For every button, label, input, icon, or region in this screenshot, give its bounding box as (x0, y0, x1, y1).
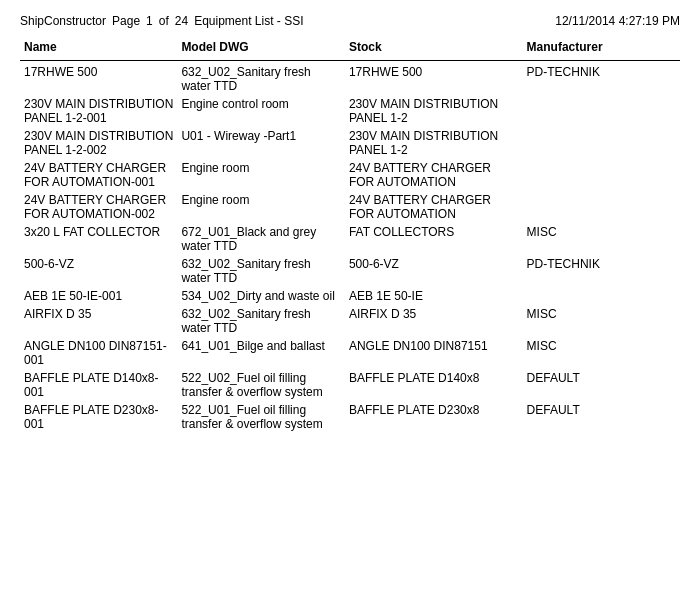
of-label: of (159, 14, 169, 28)
cell-name: AIRFIX D 35 (20, 305, 177, 337)
cell-manufacturer (523, 191, 680, 223)
table-row: BAFFLE PLATE D230x8-001522_U01_Fuel oil … (20, 401, 680, 433)
total-pages: 24 (175, 14, 188, 28)
cell-stock: BAFFLE PLATE D140x8 (345, 369, 523, 401)
cell-name: ANGLE DN100 DIN87151-001 (20, 337, 177, 369)
table-header-row: Name Model DWG Stock Manufacturer (20, 36, 680, 61)
cell-manufacturer: PD-TECHNIK (523, 255, 680, 287)
cell-stock: 24V BATTERY CHARGER FOR AUTOMATION (345, 191, 523, 223)
cell-stock: 17RHWE 500 (345, 61, 523, 96)
table-row: 17RHWE 500632_U02_Sanitary fresh water T… (20, 61, 680, 96)
cell-stock: BAFFLE PLATE D230x8 (345, 401, 523, 433)
equipment-table: Name Model DWG Stock Manufacturer 17RHWE… (20, 36, 680, 433)
cell-model: 534_U02_Dirty and waste oil (177, 287, 345, 305)
table-row: 3x20 L FAT COLLECTOR672_U01_Black and gr… (20, 223, 680, 255)
cell-model: 632_U02_Sanitary fresh water TTD (177, 255, 345, 287)
cell-name: 230V MAIN DISTRIBUTION PANEL 1-2-002 (20, 127, 177, 159)
cell-manufacturer: DEFAULT (523, 369, 680, 401)
cell-manufacturer: MISC (523, 223, 680, 255)
cell-stock: 24V BATTERY CHARGER FOR AUTOMATION (345, 159, 523, 191)
cell-name: 500-6-VZ (20, 255, 177, 287)
cell-name: BAFFLE PLATE D230x8-001 (20, 401, 177, 433)
cell-name: AEB 1E 50-IE-001 (20, 287, 177, 305)
cell-manufacturer (523, 287, 680, 305)
table-row: 24V BATTERY CHARGER FOR AUTOMATION-002En… (20, 191, 680, 223)
table-row: 230V MAIN DISTRIBUTION PANEL 1-2-002U01 … (20, 127, 680, 159)
table-row: 500-6-VZ632_U02_Sanitary fresh water TTD… (20, 255, 680, 287)
col-header-stock: Stock (345, 36, 523, 61)
cell-model: 632_U02_Sanitary fresh water TTD (177, 61, 345, 96)
cell-stock: ANGLE DN100 DIN87151 (345, 337, 523, 369)
cell-name: 17RHWE 500 (20, 61, 177, 96)
cell-manufacturer (523, 127, 680, 159)
cell-name: 24V BATTERY CHARGER FOR AUTOMATION-001 (20, 159, 177, 191)
cell-model: 632_U02_Sanitary fresh water TTD (177, 305, 345, 337)
page-number: 1 (146, 14, 153, 28)
col-header-manufacturer: Manufacturer (523, 36, 680, 61)
cell-name: 3x20 L FAT COLLECTOR (20, 223, 177, 255)
page-header: ShipConstructor Page 1 of 24 Equipment L… (0, 0, 700, 36)
cell-model: 522_U01_Fuel oil filling transfer & over… (177, 401, 345, 433)
app-name: ShipConstructor (20, 14, 106, 28)
cell-stock: 500-6-VZ (345, 255, 523, 287)
col-header-name: Name (20, 36, 177, 61)
cell-manufacturer (523, 159, 680, 191)
header-timestamp: 12/11/2014 4:27:19 PM (555, 14, 680, 28)
table-row: 230V MAIN DISTRIBUTION PANEL 1-2-001Engi… (20, 95, 680, 127)
cell-model: Engine control room (177, 95, 345, 127)
cell-model: Engine room (177, 159, 345, 191)
cell-manufacturer: MISC (523, 305, 680, 337)
cell-stock: 230V MAIN DISTRIBUTION PANEL 1-2 (345, 127, 523, 159)
doc-title: Equipment List - SSI (194, 14, 303, 28)
equipment-table-container: Name Model DWG Stock Manufacturer 17RHWE… (0, 36, 700, 433)
cell-name: 24V BATTERY CHARGER FOR AUTOMATION-002 (20, 191, 177, 223)
cell-manufacturer (523, 95, 680, 127)
cell-name: 230V MAIN DISTRIBUTION PANEL 1-2-001 (20, 95, 177, 127)
cell-model: 641_U01_Bilge and ballast (177, 337, 345, 369)
cell-stock: 230V MAIN DISTRIBUTION PANEL 1-2 (345, 95, 523, 127)
cell-stock: AEB 1E 50-IE (345, 287, 523, 305)
cell-manufacturer: DEFAULT (523, 401, 680, 433)
table-row: 24V BATTERY CHARGER FOR AUTOMATION-001En… (20, 159, 680, 191)
col-header-model: Model DWG (177, 36, 345, 61)
cell-model: 522_U02_Fuel oil filling transfer & over… (177, 369, 345, 401)
cell-manufacturer: MISC (523, 337, 680, 369)
cell-manufacturer: PD-TECHNIK (523, 61, 680, 96)
cell-name: BAFFLE PLATE D140x8-001 (20, 369, 177, 401)
table-row: AIRFIX D 35632_U02_Sanitary fresh water … (20, 305, 680, 337)
table-row: BAFFLE PLATE D140x8-001522_U02_Fuel oil … (20, 369, 680, 401)
cell-model: U01 - Wireway -Part1 (177, 127, 345, 159)
table-row: AEB 1E 50-IE-001534_U02_Dirty and waste … (20, 287, 680, 305)
cell-model: Engine room (177, 191, 345, 223)
cell-stock: FAT COLLECTORS (345, 223, 523, 255)
cell-stock: AIRFIX D 35 (345, 305, 523, 337)
page-label: Page (112, 14, 140, 28)
cell-model: 672_U01_Black and grey water TTD (177, 223, 345, 255)
table-row: ANGLE DN100 DIN87151-001641_U01_Bilge an… (20, 337, 680, 369)
header-left: ShipConstructor Page 1 of 24 Equipment L… (20, 14, 304, 28)
